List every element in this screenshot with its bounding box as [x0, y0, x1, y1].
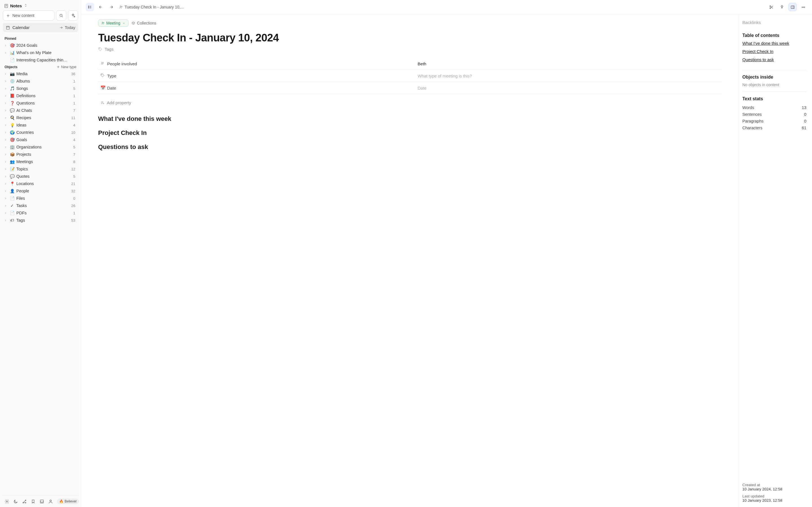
chevron-right-icon[interactable]: [3, 197, 8, 200]
sidebar-object-item[interactable]: 📄PDFs1: [2, 209, 79, 217]
nav-back-button[interactable]: [96, 3, 105, 11]
toc-item[interactable]: Questions to ask: [742, 57, 806, 62]
toc-item[interactable]: What I've done this week: [742, 41, 806, 46]
pinned-item[interactable]: 🎯2024 Goals: [2, 42, 79, 49]
sidebar-object-item[interactable]: 👤People32: [2, 187, 79, 194]
theme-toggle[interactable]: [13, 499, 18, 504]
sidebar-object-item[interactable]: 📕Definitions1: [2, 92, 79, 100]
chevron-right-icon[interactable]: [3, 160, 8, 163]
sidebar-object-item[interactable]: 🎯Goals4: [2, 136, 79, 144]
chevron-right-icon[interactable]: [3, 189, 8, 193]
chevron-right-icon[interactable]: [3, 80, 8, 83]
sidebar-object-item[interactable]: ✓Tasks26: [2, 202, 79, 209]
inbox-button[interactable]: [40, 499, 44, 504]
chevron-right-icon[interactable]: [3, 175, 8, 178]
property-value[interactable]: Beth: [417, 61, 426, 66]
tags-field[interactable]: Tags: [98, 47, 722, 52]
chevron-right-icon[interactable]: [3, 146, 8, 149]
new-type-button[interactable]: New type: [56, 65, 77, 69]
chevron-right-icon[interactable]: [3, 153, 8, 156]
pin-button[interactable]: [777, 3, 786, 11]
sidebar-object-item[interactable]: 💬AI Chats7: [2, 107, 79, 114]
divider: [742, 70, 806, 70]
objects-inside-title: Objects inside: [742, 75, 806, 80]
stat-value: 61: [802, 126, 806, 130]
stat-row: Paragraphs0: [742, 118, 806, 124]
stat-value: 0: [804, 119, 806, 123]
sidebar-object-item[interactable]: 🎵Songs5: [2, 85, 79, 92]
new-content-button[interactable]: New content: [3, 10, 54, 20]
toc-item[interactable]: Project Check In: [742, 49, 806, 54]
chevron-updown-icon[interactable]: [24, 3, 28, 8]
property-key[interactable]: 📅Date: [100, 86, 157, 91]
chevron-right-icon[interactable]: [3, 87, 8, 90]
graph-button[interactable]: [22, 499, 27, 504]
sidebar-object-item[interactable]: 🏷Tags53: [2, 217, 79, 224]
calendar-nav[interactable]: Calendar Today: [3, 23, 78, 32]
pinned-item[interactable]: 📄Interesting Capacities thin…: [2, 56, 79, 64]
sidebar-object-item[interactable]: 🏢Organizations5: [2, 144, 79, 151]
outline-toggle[interactable]: [86, 3, 94, 11]
svg-point-22: [101, 74, 102, 75]
rightpanel-toggle[interactable]: [788, 3, 797, 11]
item-icon: 💬: [10, 174, 15, 179]
chevron-right-icon[interactable]: [3, 182, 8, 185]
chevron-right-icon[interactable]: [3, 94, 8, 98]
settings-button[interactable]: [4, 499, 9, 504]
chevron-right-icon[interactable]: [3, 102, 8, 105]
section-heading[interactable]: Project Check In: [98, 129, 722, 136]
chevron-right-icon[interactable]: [3, 212, 8, 215]
sidebar-object-item[interactable]: 📝Topics12: [2, 165, 79, 173]
chevron-right-icon[interactable]: [3, 138, 8, 142]
cut-button[interactable]: [767, 3, 775, 11]
right-panel: Backlinks Table of contents What I've do…: [739, 14, 812, 507]
section-heading[interactable]: What I've done this week: [98, 115, 722, 122]
ai-sparkle-button[interactable]: [68, 10, 78, 20]
arrow-right-icon: [109, 5, 114, 9]
sidebar-object-item[interactable]: 📷Media36: [2, 70, 79, 77]
page-title[interactable]: Tuesday Check In - January 10, 2024: [98, 32, 722, 44]
bookmark-footer-button[interactable]: [31, 499, 36, 504]
nav-forward-button[interactable]: [107, 3, 116, 11]
chevron-right-icon[interactable]: [3, 124, 8, 127]
chevron-right-icon[interactable]: [3, 131, 8, 134]
sidebar-object-item[interactable]: 💡Ideas4: [2, 121, 79, 129]
chevron-right-icon[interactable]: [3, 204, 8, 207]
sidebar-object-item[interactable]: 💿Albums1: [2, 77, 79, 85]
chevron-right-icon[interactable]: [3, 109, 8, 112]
sidebar-object-item[interactable]: 📄Files0: [2, 194, 79, 202]
chevron-right-icon[interactable]: [3, 51, 8, 54]
sidebar-object-item[interactable]: ❓Questions1: [2, 100, 79, 107]
add-property-button[interactable]: Add property: [98, 97, 722, 108]
section-heading[interactable]: Questions to ask: [98, 144, 722, 151]
item-label: Interesting Capacities thin…: [16, 58, 77, 62]
pinned-item[interactable]: 📊What's on My Plate: [2, 49, 79, 56]
breadcrumb[interactable]: Tuesday Check In - January 10,...: [119, 5, 184, 9]
add-property-label: Add property: [107, 100, 131, 105]
account-button[interactable]: [48, 499, 53, 504]
sidebar-object-item[interactable]: 👥Meetings8: [2, 158, 79, 165]
more-button[interactable]: [799, 3, 808, 11]
type-pill-meeting[interactable]: Meeting: [98, 19, 129, 27]
property-placeholder[interactable]: What type of meeting is this?: [417, 73, 472, 78]
sidebar-object-item[interactable]: 📍Locations21: [2, 180, 79, 187]
chevron-right-icon[interactable]: [3, 168, 8, 171]
sidebar-object-item[interactable]: 🌍Countries10: [2, 129, 79, 136]
sparkle-icon: [71, 13, 75, 18]
chevron-right-icon[interactable]: [3, 116, 8, 119]
collections-button[interactable]: Collections: [132, 21, 156, 25]
chevron-right-icon[interactable]: [3, 72, 8, 75]
search-button[interactable]: [56, 10, 66, 20]
sidebar-object-item[interactable]: 🍳Recipes11: [2, 114, 79, 121]
believer-badge[interactable]: 🔥 Believer: [57, 499, 79, 504]
chevron-right-icon[interactable]: [3, 219, 8, 222]
backlinks-section[interactable]: Backlinks: [742, 20, 806, 25]
chevron-right-icon[interactable]: [3, 44, 8, 47]
workspace-switcher[interactable]: Notes: [4, 3, 22, 8]
property-placeholder[interactable]: Date: [417, 86, 426, 91]
property-key[interactable]: Type: [100, 73, 157, 78]
svg-point-10: [88, 8, 89, 8]
property-key[interactable]: People involved: [100, 61, 157, 66]
sidebar-object-item[interactable]: 📦Projects7: [2, 151, 79, 158]
sidebar-object-item[interactable]: 💬Quotes5: [2, 173, 79, 180]
